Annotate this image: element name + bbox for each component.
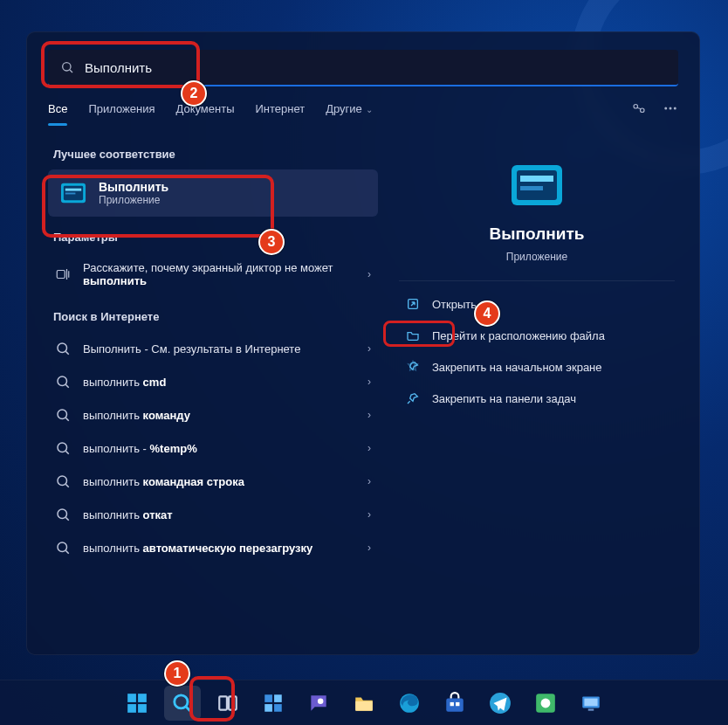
svg-point-16 xyxy=(58,410,67,419)
tab-documents[interactable]: Документы xyxy=(175,102,234,126)
svg-rect-32 xyxy=(127,694,136,702)
action-open-label: Открыть xyxy=(432,298,477,311)
more-options-icon[interactable] xyxy=(663,100,678,116)
svg-rect-41 xyxy=(274,694,282,702)
open-icon xyxy=(406,297,420,311)
search-tabs: Все Приложения Документы Интернет Другие… xyxy=(27,92,699,127)
app-green-button[interactable] xyxy=(527,686,564,721)
search-icon xyxy=(55,440,71,456)
tab-internet[interactable]: Интернет xyxy=(255,102,305,126)
settings-result-text: Расскажите, почему экранный диктор не мо… xyxy=(83,261,355,287)
widgets-button[interactable] xyxy=(255,686,292,721)
action-pin-start-label: Закрепить на начальном экране xyxy=(432,361,602,374)
narrator-settings-icon xyxy=(55,266,71,282)
svg-rect-10 xyxy=(65,193,76,195)
svg-point-18 xyxy=(58,443,67,452)
section-web-title: Поиск в Интернете xyxy=(53,310,378,323)
web-result-text: выполнить cmd xyxy=(83,376,166,389)
best-match-subtitle: Приложение xyxy=(99,194,168,206)
section-best-match-title: Лучшее соответствие xyxy=(53,148,378,161)
taskbar-search-button[interactable] xyxy=(164,686,201,721)
svg-point-20 xyxy=(58,476,67,486)
web-result-text: Выполнить - См. результаты в Интернете xyxy=(83,342,300,356)
chevron-right-icon: › xyxy=(367,475,371,487)
svg-rect-11 xyxy=(57,271,65,279)
search-icon xyxy=(60,60,74,74)
search-icon xyxy=(55,407,71,423)
section-settings-title: Параметры xyxy=(53,231,378,244)
action-pin-taskbar[interactable]: Закрепить на панели задач xyxy=(399,383,675,414)
svg-rect-40 xyxy=(264,694,272,702)
svg-rect-34 xyxy=(127,704,136,713)
chevron-right-icon: › xyxy=(367,442,371,454)
edge-button[interactable] xyxy=(391,686,428,721)
chevron-right-icon: › xyxy=(367,508,371,521)
run-app-icon xyxy=(60,182,86,204)
action-location-label: Перейти к расположению файла xyxy=(432,329,605,342)
preview-subtitle: Приложение xyxy=(506,251,567,263)
svg-rect-35 xyxy=(138,704,147,713)
svg-line-13 xyxy=(65,351,68,354)
pin-taskbar-icon xyxy=(406,391,420,405)
folder-icon xyxy=(406,328,420,342)
file-explorer-button[interactable] xyxy=(346,686,382,721)
search-icon xyxy=(55,473,71,489)
action-open-location[interactable]: Перейти к расположению файла xyxy=(399,320,675,351)
web-result-row[interactable]: выполнить cmd › xyxy=(48,365,378,398)
action-open[interactable]: Открыть xyxy=(399,288,675,320)
svg-line-31 xyxy=(408,401,410,404)
svg-point-5 xyxy=(670,107,672,110)
svg-line-25 xyxy=(65,550,68,553)
svg-point-4 xyxy=(664,107,667,110)
svg-rect-29 xyxy=(520,186,543,190)
store-button[interactable] xyxy=(436,686,473,721)
search-icon xyxy=(55,341,71,356)
svg-point-6 xyxy=(674,107,676,110)
action-pin-start[interactable]: Закрепить на начальном экране xyxy=(399,351,675,383)
web-result-text: выполнить откат xyxy=(83,508,173,521)
tab-all[interactable]: Все xyxy=(48,102,67,126)
search-bar[interactable] xyxy=(48,50,678,86)
svg-rect-33 xyxy=(138,694,147,702)
web-result-row[interactable]: Выполнить - См. результаты в Интернете › xyxy=(48,332,378,365)
svg-rect-47 xyxy=(446,698,464,711)
web-result-row[interactable]: выполнить откат › xyxy=(48,498,378,531)
best-match-title: Выполнить xyxy=(99,180,168,194)
chevron-down-icon: ⌄ xyxy=(366,105,373,114)
svg-rect-54 xyxy=(584,698,597,706)
search-input[interactable] xyxy=(85,60,666,75)
svg-point-22 xyxy=(58,509,67,519)
settings-result-row[interactable]: Расскажите, почему экранный диктор не мо… xyxy=(48,252,378,296)
svg-rect-27 xyxy=(517,170,557,200)
web-result-row[interactable]: выполнить команду › xyxy=(48,398,378,432)
svg-line-37 xyxy=(186,706,191,711)
start-button[interactable] xyxy=(119,686,155,721)
svg-line-17 xyxy=(65,418,68,420)
preview-title: Выполнить xyxy=(490,224,585,244)
chevron-right-icon: › xyxy=(367,342,371,355)
tab-apps[interactable]: Приложения xyxy=(88,102,155,126)
web-result-row[interactable]: выполнить автоматическую перезагрузку › xyxy=(48,531,378,564)
chevron-right-icon: › xyxy=(367,268,371,280)
preview-pane: Выполнить Приложение Открыть Перейти к р… xyxy=(385,134,699,654)
svg-point-14 xyxy=(58,376,67,386)
task-view-button[interactable] xyxy=(209,686,246,721)
app-display-button[interactable] xyxy=(573,686,609,721)
chat-button[interactable] xyxy=(300,686,337,721)
network-status-icon[interactable] xyxy=(631,100,647,116)
chevron-right-icon: › xyxy=(367,542,371,554)
divider xyxy=(399,280,675,281)
svg-rect-45 xyxy=(355,701,373,710)
web-result-row[interactable]: выполнить командная строка › xyxy=(48,465,378,498)
svg-line-1 xyxy=(70,70,72,72)
run-app-large-icon xyxy=(510,163,564,207)
best-match-card[interactable]: Выполнить Приложение xyxy=(48,169,378,217)
tab-more[interactable]: Другие⌄ xyxy=(326,102,373,126)
svg-point-44 xyxy=(318,698,324,704)
telegram-button[interactable] xyxy=(482,686,519,721)
svg-rect-55 xyxy=(588,708,594,710)
svg-rect-49 xyxy=(456,701,459,705)
svg-rect-38 xyxy=(219,696,227,709)
web-result-row[interactable]: выполнить - %temp% › xyxy=(48,432,378,465)
svg-point-0 xyxy=(63,63,71,71)
